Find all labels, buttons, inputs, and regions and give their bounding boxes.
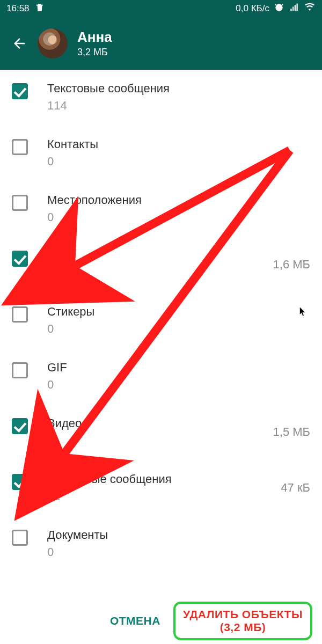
category-count: 12: [47, 489, 275, 503]
wifi-icon: [304, 3, 316, 15]
category-size: 47 кБ: [281, 481, 310, 495]
status-net-speed: 0,0 КБ/с: [236, 3, 269, 14]
avatar[interactable]: [38, 28, 68, 58]
status-bar: 16:58 0,0 КБ/с: [0, 0, 322, 17]
cancel-button[interactable]: ОТМЕНА: [100, 608, 170, 634]
category-label: Текстовые сообщения: [47, 82, 305, 96]
checkbox[interactable]: [12, 362, 28, 378]
category-label: Голосовые сообщения: [47, 472, 275, 486]
checkbox[interactable]: [12, 530, 28, 546]
delete-button-line1: УДАЛИТЬ ОБЪЕКТЫ: [183, 608, 303, 621]
contact-name: Анна: [77, 29, 112, 46]
checkbox[interactable]: [12, 306, 28, 323]
category-label: Документы: [47, 528, 305, 542]
category-label: Стикеры: [47, 305, 305, 319]
list-item[interactable]: Голосовые сообщения 12 47 кБ: [0, 460, 322, 516]
list-item[interactable]: Стикеры 0: [0, 293, 322, 349]
alarm-icon: [274, 2, 284, 16]
category-label: Местоположения: [47, 193, 305, 207]
category-count: 0: [47, 210, 305, 224]
list-item[interactable]: Текстовые сообщения 114: [0, 70, 322, 126]
category-count: 20: [47, 266, 268, 280]
category-label: Контакты: [47, 137, 305, 151]
back-button[interactable]: [5, 30, 33, 57]
signal-icon: [289, 3, 299, 15]
status-time: 16:58: [6, 3, 30, 14]
category-count: 0: [47, 155, 305, 169]
category-size: 1,5 МБ: [273, 425, 310, 439]
category-count: 0: [47, 378, 305, 392]
list-item[interactable]: GIF 0: [0, 349, 322, 405]
checkbox[interactable]: [12, 474, 28, 490]
category-count: 4: [47, 434, 268, 448]
category-count: 114: [47, 99, 305, 113]
list-item[interactable]: Видео 4 1,5 МБ: [0, 405, 322, 460]
category-count: 0: [47, 322, 305, 336]
app-bar: Анна 3,2 МБ: [0, 17, 322, 70]
checkbox[interactable]: [12, 83, 28, 99]
category-list: Текстовые сообщения 114 Контакты 0 Место…: [0, 70, 322, 562]
trash-icon: [35, 3, 45, 15]
delete-button-line2: (3,2 МБ): [183, 621, 303, 634]
checkbox[interactable]: [12, 139, 28, 155]
category-label: Фото: [47, 249, 268, 263]
list-item[interactable]: Контакты 0: [0, 126, 322, 181]
checkbox[interactable]: [12, 251, 28, 267]
list-item[interactable]: Документы 0: [0, 516, 322, 562]
checkbox[interactable]: [12, 195, 28, 211]
category-size: 1,6 МБ: [273, 258, 310, 272]
footer-actions: ОТМЕНА УДАЛИТЬ ОБЪЕКТЫ (3,2 МБ): [0, 602, 322, 644]
category-label: Видео: [47, 416, 268, 430]
delete-button[interactable]: УДАЛИТЬ ОБЪЕКТЫ (3,2 МБ): [173, 602, 312, 640]
category-label: GIF: [47, 361, 305, 375]
list-item[interactable]: Фото 20 1,6 МБ: [0, 237, 322, 293]
contact-storage-size: 3,2 МБ: [77, 47, 112, 58]
category-count: 0: [47, 545, 305, 559]
list-item[interactable]: Местоположения 0: [0, 181, 322, 237]
checkbox[interactable]: [12, 418, 28, 434]
